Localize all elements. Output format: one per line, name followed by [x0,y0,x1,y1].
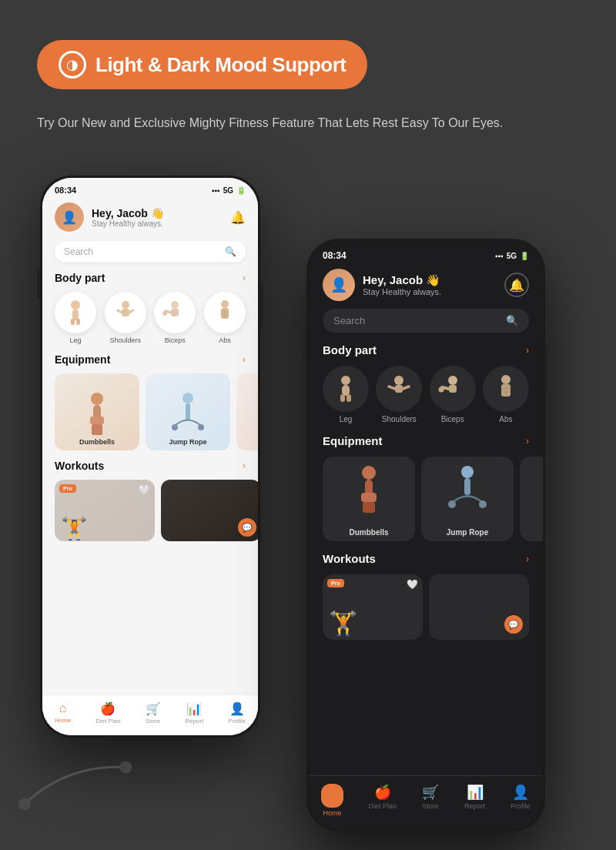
svg-line-6 [118,310,122,313]
workouts-header-dark: Workouts › [309,549,543,568]
chat-icon-light[interactable]: 💬 [238,518,256,537]
diet-icon-light: 🍎 [100,701,116,716]
nav-store-dark[interactable]: 🛒 Store [422,784,439,817]
network-dark: 5G [507,252,517,260]
pro-badge-dark: Pro [327,579,344,587]
signal-light: ▪▪▪ [212,186,220,195]
equipment-title-dark: Equipment [323,434,383,447]
chevron-workouts-dark[interactable]: › [526,554,529,564]
bottom-nav-dark: ⌂ Home 🍎 Diet Plan 🛒 Store 📊 Report 👤 [309,775,543,829]
workout-card-2-dark[interactable]: 💬 [429,574,529,640]
chat-icon-dark[interactable]: 💬 [504,615,523,634]
signal-dark: ▪▪▪ [495,252,504,260]
store-icon-dark: 🛒 [422,784,439,801]
greeting-dark: Hey, Jacob 👋 Stay Healthy always. [363,273,441,296]
kett-label-light: Kett [236,438,258,446]
bell-icon-dark[interactable]: 🔔 [504,273,529,297]
profile-icon-light: 👤 [229,701,245,716]
nav-diet-light[interactable]: 🍎 Diet Plan [95,701,120,725]
workouts-row-dark: Pro 🤍 🏋️ 💬 [309,574,543,640]
search-bar-light[interactable]: Search 🔍 [55,241,246,263]
equip-dumbbells-dark[interactable]: Dumbbells [323,457,415,541]
shoulders-label-light: Shoulders [109,336,141,344]
chevron-workouts-light[interactable]: › [243,460,246,471]
svg-point-32 [394,376,403,385]
svg-rect-1 [72,310,79,320]
heart-icon-dark: 🤍 [407,579,418,590]
body-part-abs-dark[interactable]: Abs [483,366,529,423]
nav-profile-dark[interactable]: 👤 Profile [511,784,531,817]
body-part-shoulders-light[interactable]: Shoulders [105,292,146,344]
greeting-name-light: Hey, Jacob 👋 [92,207,164,219]
equip-dumbbells-light[interactable]: Dumbbells [55,373,139,450]
body-part-header-light: Body part › [42,269,258,287]
search-icon-dark: 🔍 [506,315,518,326]
workout-figure-dark: 🏋️ [329,610,357,637]
store-label-light: Store [146,718,160,725]
chevron-equip-dark[interactable]: › [526,436,529,447]
nav-report-dark[interactable]: 📊 Report [464,784,485,817]
nav-home-dark[interactable]: ⌂ Home [321,784,343,817]
phone-light: 08:34 ▪▪▪ 5G 🔋 👤 Hey, Jacob 👋 Stay Healt… [40,176,260,738]
jumprope-label-dark: Jump Rope [421,528,514,537]
body-part-leg-light[interactable]: Leg [55,292,96,344]
workouts-title-dark: Workouts [323,552,376,565]
nav-home-light[interactable]: ⌂ Home [55,701,71,725]
body-part-biceps-light[interactable]: Biceps [154,292,196,344]
chevron-equip-light[interactable]: › [243,354,246,365]
svg-point-12 [221,300,229,308]
svg-point-40 [501,375,511,384]
diet-label-dark: Diet Plan [369,802,397,810]
svg-rect-48 [363,502,375,513]
workout-card-1-light[interactable]: Pro 🤍 🏋️ [55,480,155,541]
nav-profile-light[interactable]: 👤 Profile [228,701,246,725]
bell-icon-light[interactable]: 🔔 [230,210,246,225]
svg-line-34 [389,387,395,389]
body-part-biceps-dark[interactable]: Biceps [430,366,476,423]
body-part-leg-dark[interactable]: Leg [323,366,369,423]
equip-kett-dark[interactable]: Kett [520,457,543,541]
phone-dark: 08:34 ▪▪▪ 5G 🔋 👤 Hey, Jacob 👋 Stay Healt… [306,239,545,832]
body-part-abs-light[interactable]: Abs [204,292,246,344]
theme-toggle-icon: ◑ [59,51,86,79]
equip-jumprope-dark[interactable]: Jump Rope [421,457,514,541]
equip-kett-light[interactable]: Kett [236,373,258,450]
svg-point-36 [448,376,457,385]
avatar-dark: 👤 [323,269,355,301]
svg-point-28 [341,376,350,385]
home-label-dark: Home [323,809,342,817]
store-label-dark: Store [422,802,439,810]
battery-light: 🔋 [236,186,246,195]
body-part-row-light: Leg Shoulders [42,292,258,350]
search-bar-dark[interactable]: Search 🔍 [323,309,529,333]
chevron-body-dark[interactable]: › [526,345,529,356]
report-label-dark: Report [464,802,485,810]
equip-jumprope-light[interactable]: Jump Rope [146,373,230,450]
body-part-header-dark: Body part › [309,340,543,360]
header-light: 👤 Hey, Jacob 👋 Stay Healthy always. 🔔 [42,198,258,238]
nav-store-light[interactable]: 🛒 Store [146,701,161,725]
svg-rect-30 [340,394,345,402]
time-light: 08:34 [55,186,76,195]
profile-label-dark: Profile [511,802,531,810]
subtitle-text: Try Our New and Exclusive Mighty Fitness… [37,114,579,132]
jump-rope-decoration [7,735,148,845]
svg-point-52 [479,500,487,508]
equipment-row-light: Dumbbells Jump Rope [42,373,258,457]
nav-report-light[interactable]: 📊 Report [185,701,203,725]
workout-card-2-light[interactable]: 💬 [161,480,258,541]
badge-title: Light & Dark Mood Support [95,53,346,77]
battery-dark: 🔋 [520,252,529,260]
greeting-sub-dark: Stay Healthy always. [363,287,441,296]
workout-card-1-dark[interactable]: Pro 🤍 🏋️ [323,574,423,640]
nav-diet-dark[interactable]: 🍎 Diet Plan [369,784,397,817]
svg-line-35 [403,387,409,389]
avatar-light: 👤 [55,202,84,232]
body-part-shoulders-dark[interactable]: Shoulders [376,366,422,423]
equipment-header-light: Equipment › [42,350,258,369]
svg-rect-20 [92,424,102,435]
home-icon-dark: ⌂ [321,784,343,808]
workouts-header-light: Workouts › [42,457,258,475]
chevron-body-light[interactable]: › [243,273,246,283]
profile-label-light: Profile [228,718,246,725]
